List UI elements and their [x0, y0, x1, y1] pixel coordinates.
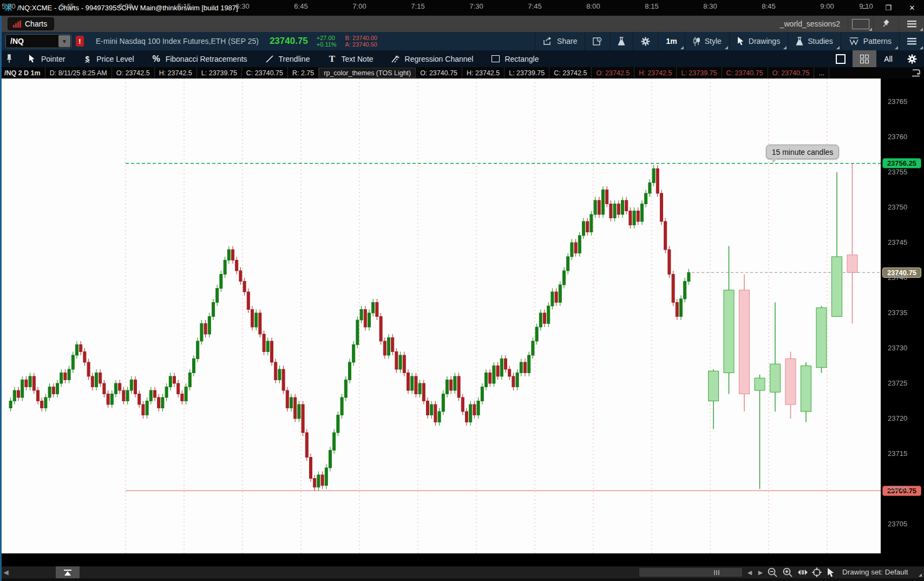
candle-1m — [232, 250, 234, 260]
pin-button[interactable] — [873, 16, 899, 32]
tab-bar: Charts _world_sessions2 — [0, 16, 924, 32]
candle-1m — [158, 397, 160, 408]
change-percent: +0.11% — [317, 41, 337, 48]
tool-label: Rectangle — [504, 55, 539, 63]
candle-1m — [504, 359, 507, 370]
ohlc-cell: rp_color_themes (TOS Light) — [319, 68, 416, 78]
price-tick: 23745 — [888, 238, 907, 246]
tab-charts[interactable]: Charts — [8, 17, 54, 30]
chart-menu-button[interactable] — [900, 32, 924, 50]
candle-1m — [60, 373, 63, 384]
candle-1m — [130, 380, 133, 391]
tool-label: Regression Channel — [405, 55, 474, 63]
gear-icon — [641, 37, 650, 46]
zoom-out-button[interactable] — [765, 566, 779, 578]
news-button[interactable] — [585, 32, 610, 50]
tool-rectangle[interactable]: Rectangle — [482, 50, 547, 67]
candle-1m — [454, 376, 456, 390]
candlestick-chart[interactable] — [0, 79, 881, 553]
dock-pin-button[interactable] — [0, 50, 18, 67]
tool-trendline[interactable]: Trendline — [256, 50, 319, 67]
time-axis[interactable] — [0, 553, 924, 566]
workspace-name[interactable]: _world_sessions2 — [780, 19, 840, 28]
all-charts-button[interactable]: All — [876, 50, 900, 67]
pointer-mode-button[interactable] — [824, 566, 838, 578]
tool-fibonacci[interactable]: % Fibonacci Retracements — [143, 50, 256, 67]
drawings-button[interactable]: Drawings — [730, 32, 788, 50]
analyze-button[interactable] — [610, 32, 633, 50]
tool-price-level[interactable]: $ Price Level — [74, 50, 142, 67]
price-tick: 23760 — [888, 133, 907, 141]
ask-value: A: 23740.50 — [345, 41, 377, 48]
time-tick: 9:00 — [816, 2, 838, 10]
ohlc-strip: /NQ 2 D 1mD: 8/11/25 8:25 AMO: 23742.5H:… — [0, 67, 924, 79]
chart-note[interactable]: 15 minute candles — [766, 145, 839, 159]
scrollbar-grip[interactable] — [711, 570, 723, 575]
style-button[interactable]: Style — [685, 32, 729, 50]
candle-15m — [709, 371, 719, 401]
charts-tab-label: Charts — [25, 19, 47, 28]
candle-1m — [71, 355, 74, 369]
hamburger-icon — [907, 21, 916, 28]
corner-resize-grip[interactable] — [919, 573, 922, 577]
candle-1m — [227, 250, 230, 260]
candle-1m — [532, 341, 534, 355]
candle-1m — [477, 401, 480, 415]
chart-scrollbar[interactable] — [639, 568, 742, 577]
symbol-input[interactable]: /NQ ▼ — [5, 34, 71, 48]
candle-1m — [317, 475, 320, 487]
candle-1m — [450, 380, 453, 391]
drawing-set-selector[interactable]: Drawing set: Default — [842, 568, 908, 576]
news-icon — [593, 37, 602, 46]
change-value: +27.00 — [317, 35, 337, 41]
candle-1m — [555, 292, 558, 303]
expand-chart-icon[interactable] — [911, 69, 921, 77]
layout-button[interactable] — [848, 16, 873, 32]
candle-1m — [208, 317, 211, 335]
crosshair-button[interactable] — [810, 566, 824, 578]
patterns-button[interactable]: Patterns — [841, 32, 899, 50]
candle-1m — [91, 376, 94, 387]
time-tick: 5:30 — [0, 2, 19, 10]
fit-width-icon — [798, 569, 808, 576]
time-tick: 6:15 — [173, 2, 195, 10]
scroll-left-edge-arrow[interactable]: ◀ — [0, 569, 12, 576]
menu-button[interactable] — [899, 16, 924, 32]
candle-1m — [216, 289, 219, 303]
tool-text-note[interactable]: T Text Note — [318, 50, 382, 67]
single-chart-button[interactable] — [829, 50, 853, 67]
ohlc-cell: L: 23739.75 — [677, 67, 722, 79]
candle-1m — [41, 401, 43, 408]
candle-1m — [278, 369, 281, 380]
tool-pointer[interactable]: Pointer — [18, 50, 74, 67]
alert-badge[interactable]: ! — [76, 36, 84, 47]
studies-button[interactable]: Studies — [788, 32, 841, 50]
zoom-in-button[interactable] — [781, 566, 795, 578]
expand-panel-handle[interactable] — [56, 566, 80, 578]
candle-1m — [224, 260, 226, 275]
ohlc-cell: O: 23740.75 — [768, 67, 815, 79]
price-change: +27.00 +0.11% — [317, 35, 337, 48]
ohlc-cell: R: 2.75 — [288, 67, 319, 79]
candle-1m — [376, 303, 378, 317]
candle-1m — [321, 475, 324, 486]
candle-1m — [360, 310, 363, 321]
candle-1m — [37, 390, 40, 401]
chart-settings-button[interactable] — [900, 50, 924, 67]
candle-1m — [247, 292, 250, 310]
share-button[interactable]: Share — [535, 32, 585, 50]
tool-regression-channel[interactable]: R Regression Channel — [382, 50, 482, 67]
settings-button[interactable] — [633, 32, 658, 50]
candle-1m — [613, 204, 616, 218]
close-button[interactable]: ✕ — [900, 0, 924, 16]
symbol-dropdown-arrow[interactable]: ▼ — [58, 35, 70, 47]
candle-1m — [119, 383, 121, 390]
maximize-button[interactable]: ❐ — [876, 0, 900, 16]
timeframe-button[interactable]: 1m — [658, 32, 684, 50]
fit-width-button[interactable] — [796, 566, 810, 578]
candle-15m — [832, 257, 842, 317]
grid-layout-button[interactable] — [853, 50, 876, 67]
svg-text:R: R — [396, 55, 398, 58]
candle-1m — [625, 200, 628, 211]
candle-1m — [239, 271, 242, 282]
